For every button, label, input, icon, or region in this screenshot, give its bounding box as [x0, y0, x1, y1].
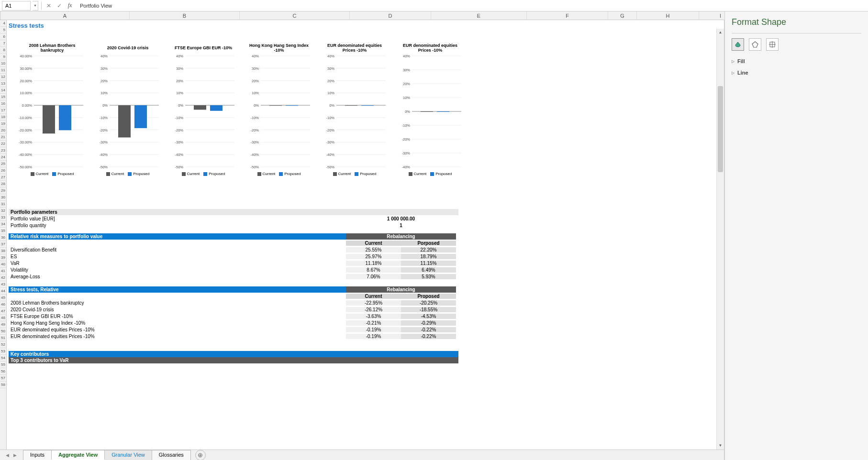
row-header-44[interactable]: 44 [0, 288, 6, 295]
fx-icon[interactable]: fx [66, 1, 74, 10]
cancel-icon[interactable]: ✕ [45, 1, 53, 10]
sheet-tab-inputs[interactable]: Inputs [23, 450, 52, 460]
svg-text:20%: 20% [252, 79, 259, 83]
stress-chart[interactable]: EUR denominated equities Prices -10%40%3… [394, 42, 466, 190]
row-header-40[interactable]: 40 [0, 261, 6, 268]
row-header-20[interactable]: 20 [0, 127, 6, 134]
col-header-C[interactable]: C [240, 11, 350, 20]
stress-chart[interactable]: 2020 Covid-19 crisis40%30%20%10%0%-10%-2… [92, 42, 164, 190]
row-header-11[interactable]: 11 [0, 67, 6, 74]
col-header-F[interactable]: F [527, 11, 608, 20]
row-header-7[interactable]: 7 [0, 40, 6, 47]
row-header-36[interactable]: 36 [0, 234, 6, 241]
size-tab-icon[interactable] [766, 38, 779, 51]
col-header-H[interactable]: H [637, 11, 699, 20]
svg-text:40%: 40% [403, 54, 410, 58]
row-header-14[interactable]: 14 [0, 87, 6, 94]
name-box-dropdown[interactable]: ▼ [33, 1, 38, 11]
row-header-29[interactable]: 29 [0, 187, 6, 194]
confirm-icon[interactable]: ✓ [55, 1, 64, 10]
row-header-54[interactable]: 54 [0, 355, 6, 361]
row-header-32[interactable]: 32 [0, 208, 6, 214]
effects-tab-icon[interactable] [749, 38, 761, 51]
tab-nav-next-icon[interactable]: ▶ [11, 452, 18, 459]
row-header-49[interactable]: 49 [0, 321, 6, 328]
row-header-22[interactable]: 22 [0, 141, 6, 147]
row-header-13[interactable]: 13 [0, 80, 6, 87]
row-header-24[interactable]: 24 [0, 154, 6, 161]
cell-proposed: 18.79% [401, 254, 456, 259]
row-header-42[interactable]: 42 [0, 274, 6, 281]
row-header-51[interactable]: 51 [0, 335, 6, 341]
row-header-25[interactable]: 25 [0, 161, 6, 167]
stress-chart[interactable]: EUR denominated equities Prices -10%40%3… [319, 42, 390, 190]
stress-chart[interactable]: FTSE Europe GBI EUR -10%40%30%20%10%0%-1… [167, 42, 239, 190]
sheet-tab-glossaries[interactable]: Glossaries [152, 450, 191, 460]
row-header-26[interactable]: 26 [0, 167, 6, 174]
row-header-34[interactable]: 34 [0, 221, 6, 228]
portfolio-params-header: Portfolio parameters [9, 209, 458, 215]
row-header-41[interactable]: 41 [0, 268, 6, 274]
row-header-31[interactable]: 31 [0, 201, 6, 208]
formula-input[interactable]: Portfolio View [76, 3, 866, 9]
row-header-15[interactable]: 15 [0, 94, 6, 100]
cell-current: 7.06% [346, 274, 401, 279]
col-header-E[interactable]: E [431, 11, 527, 20]
row-header-56[interactable]: 56 [0, 368, 6, 375]
row-header-37[interactable]: 37 [0, 241, 6, 248]
row-header-6[interactable]: 6 [0, 33, 6, 40]
row-header-23[interactable]: 23 [0, 147, 6, 154]
panel-group-fill[interactable]: ▷Fill [732, 58, 861, 64]
col-header-D[interactable]: D [350, 11, 431, 20]
row-header-28[interactable]: 28 [0, 181, 6, 187]
sheet-tab-granular-view[interactable]: Granular View [104, 450, 152, 460]
col-header-G[interactable]: G [608, 11, 637, 20]
row-header-45[interactable]: 45 [0, 295, 6, 301]
tab-nav-prev-icon[interactable]: ◀ [4, 452, 11, 459]
sheet-tab-aggregate-view[interactable]: Aggregate View [51, 450, 105, 460]
row-header-33[interactable]: 33 [0, 214, 6, 221]
row-header-12[interactable]: 12 [0, 74, 6, 80]
row-header-8[interactable]: 8 [0, 47, 6, 54]
scroll-down-icon[interactable]: ▼ [717, 442, 724, 449]
row-header-58[interactable]: 58 [0, 382, 6, 388]
row-header-46[interactable]: 46 [0, 301, 6, 308]
stress-chart[interactable]: Hong Kong Hang Seng Index -10%40%30%20%1… [243, 42, 315, 190]
row-header-17[interactable]: 17 [0, 107, 6, 114]
sheet-tabs-bar: ◀ ▶ InputsAggregate ViewGranular ViewGlo… [0, 449, 724, 460]
row-header-39[interactable]: 39 [0, 254, 6, 261]
add-sheet-icon[interactable]: ⊕ [195, 450, 206, 460]
row-header-35[interactable]: 35 [0, 228, 6, 234]
vertical-scrollbar[interactable]: ▲ ▼ [716, 29, 724, 449]
row-header-10[interactable]: 10 [0, 60, 6, 67]
row-header-19[interactable]: 19 [0, 120, 6, 127]
row-header-48[interactable]: 48 [0, 315, 6, 321]
panel-group-line[interactable]: ▷Line [732, 70, 861, 76]
row-header-52[interactable]: 52 [0, 341, 6, 348]
row-header-16[interactable]: 16 [0, 100, 6, 107]
row-header-4[interactable]: 4 [0, 20, 6, 27]
scroll-up-icon[interactable]: ▲ [717, 29, 724, 36]
row-header-43[interactable]: 43 [0, 281, 6, 288]
stress-chart[interactable]: 2008 Lehman Brothers bankruptcy40.00%30.… [16, 42, 88, 190]
formula-bar: A1 ▼ ✕ ✓ fx Portfolio View [0, 0, 868, 11]
cell-proposed: -0.22% [401, 327, 456, 332]
col-header-B[interactable]: B [130, 11, 240, 20]
row-header-57[interactable]: 57 [0, 375, 6, 382]
col-header-A[interactable]: A [0, 11, 130, 20]
row-header-9[interactable]: 9 [0, 54, 6, 60]
scroll-thumb[interactable] [718, 86, 723, 172]
row-header-30[interactable]: 30 [0, 194, 6, 201]
row-header-55[interactable]: 55 [0, 361, 6, 368]
row-header-38[interactable]: 38 [0, 248, 6, 254]
row-header-5[interactable]: 5 [0, 27, 6, 33]
row-header-50[interactable]: 50 [0, 328, 6, 335]
name-box[interactable]: A1 [2, 1, 31, 11]
row-header-18[interactable]: 18 [0, 114, 6, 120]
row-header-21[interactable]: 21 [0, 134, 6, 141]
row-header-27[interactable]: 27 [0, 174, 6, 181]
row-header-53[interactable]: 53 [0, 348, 6, 355]
table-row: Average-Loss7.06%5.93% [9, 273, 458, 280]
row-header-47[interactable]: 47 [0, 308, 6, 315]
fill-line-tab-icon[interactable] [732, 38, 744, 51]
